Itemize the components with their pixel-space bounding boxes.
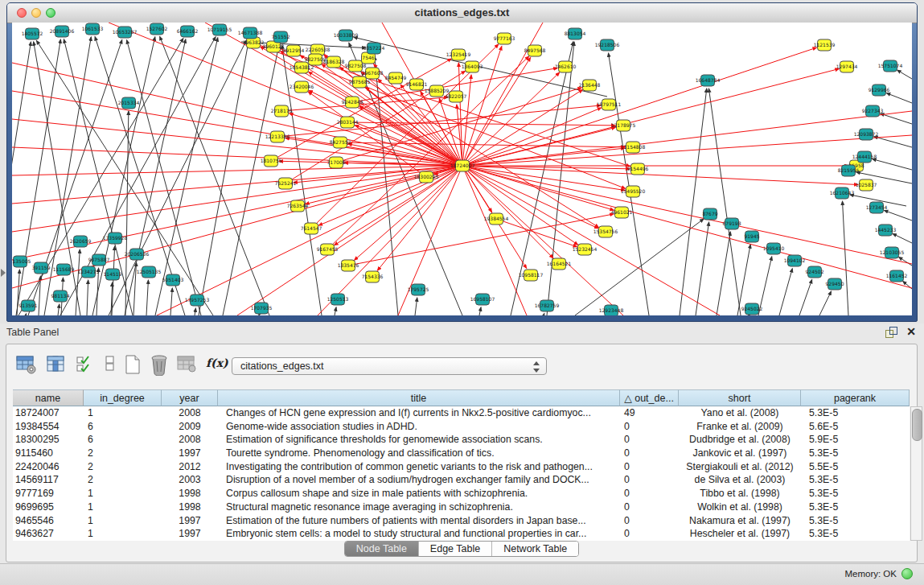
column-header-out_degree[interactable]: △ out_de... — [620, 389, 679, 406]
network-node[interactable]: 2718176 — [271, 105, 293, 117]
network-node[interactable]: 16958107 — [470, 294, 495, 305]
network-node[interactable]: 2015334 — [118, 97, 140, 109]
import-table-icon[interactable] — [177, 354, 198, 375]
network-node[interactable]: 15354756 — [593, 226, 618, 237]
network-node[interactable]: 12325419 — [446, 49, 471, 60]
network-node[interactable]: 717006 — [327, 157, 346, 168]
network-node[interactable]: 1707935 — [251, 303, 273, 314]
column-header-in_degree[interactable]: in_degree — [84, 389, 162, 406]
network-node[interactable]: 1405572 — [22, 28, 43, 39]
network-node[interactable]: 1025837 — [856, 179, 877, 191]
network-node[interactable]: 1273454 — [866, 202, 888, 213]
rows-icon[interactable] — [105, 354, 116, 375]
citation-network-graph[interactable]: 1872400718300295193845547963822896012889… — [12, 23, 912, 315]
network-node[interactable]: 679198 — [723, 218, 741, 229]
network-node[interactable]: 7614547 — [301, 223, 322, 234]
network-node[interactable]: 12505135 — [137, 266, 162, 278]
scrollbar-thumb[interactable] — [912, 409, 922, 441]
network-node[interactable]: 1527602 — [146, 23, 168, 35]
column-header-pagerank[interactable]: pagerank — [801, 389, 910, 406]
network-node[interactable]: 16210643 — [830, 187, 855, 199]
network-node[interactable]: 12213386 — [265, 131, 290, 142]
network-node[interactable]: 10653287 — [113, 27, 138, 38]
table-row[interactable]: 1456911722003Disruption of a novel membe… — [13, 473, 910, 487]
network-node[interactable]: 12103055 — [880, 247, 905, 258]
network-node[interactable]: 2803144 — [337, 117, 359, 128]
network-node[interactable]: 15232454 — [573, 244, 598, 255]
table-row[interactable]: 1872400712008Changes of HCN gene express… — [13, 406, 910, 420]
column-header-title[interactable]: title — [218, 389, 620, 406]
network-node[interactable]: 5051403 — [162, 274, 184, 286]
table-settings-icon[interactable] — [16, 354, 37, 375]
network-node[interactable]: 19384554 — [484, 213, 509, 225]
close-panel-icon[interactable]: ✕ — [906, 326, 916, 337]
network-node[interactable]: 4961021 — [611, 207, 633, 218]
table-row[interactable]: 977716911998Corpus callosum shape and si… — [13, 487, 910, 501]
network-node[interactable]: 8813054 — [565, 28, 586, 39]
function-builder-icon[interactable]: f(x) — [206, 356, 228, 369]
network-node[interactable]: 1121539 — [814, 39, 836, 51]
network-node[interactable]: 8215955 — [838, 165, 860, 176]
network-window-titlebar[interactable]: citations_edges.txt — [7, 3, 917, 23]
network-node[interactable]: 16648784 — [696, 75, 721, 86]
network-node[interactable]: 11154808 — [621, 142, 646, 153]
network-node[interactable]: 1297434 — [836, 61, 858, 72]
network-node[interactable]: 87679 — [702, 208, 717, 220]
network-node[interactable]: 929450 — [826, 278, 844, 290]
network-node[interactable]: 15751074 — [878, 60, 903, 72]
network-node[interactable]: 10719155 — [207, 24, 232, 35]
network-node[interactable]: 20891406 — [50, 26, 75, 37]
network-node[interactable]: 20206536 — [125, 249, 150, 260]
network-node[interactable]: 16164521 — [547, 258, 572, 270]
column-header-year[interactable]: year — [162, 389, 218, 406]
network-node[interactable]: 12923448 — [599, 305, 624, 315]
network-node[interactable]: 1335476 — [338, 260, 359, 271]
network-node[interactable]: 7525241 — [275, 178, 297, 189]
network-node[interactable]: 9245022 — [741, 303, 763, 315]
network-node[interactable]: 7263544 — [287, 200, 309, 212]
network-node[interactable]: 1094102 — [784, 255, 806, 266]
row-selection-icon[interactable] — [76, 354, 93, 375]
network-canvas[interactable]: 1872400718300295193845547963822896012889… — [12, 23, 912, 315]
network-node[interactable]: 19218506 — [595, 39, 620, 51]
table-row[interactable]: 946362711997Embryonic stem cells: a mode… — [13, 527, 910, 541]
table-row[interactable]: 911546021997Tourette syndrome. Phenomeno… — [13, 447, 910, 460]
network-node[interactable]: 1135005 — [12, 256, 31, 267]
collapse-panel-handle[interactable] — [1, 269, 6, 277]
table-row[interactable]: 969969511998Structural magnetic resonanc… — [13, 501, 910, 514]
network-node[interactable]: 1810755 — [261, 155, 282, 167]
network-node[interactable]: 15495520 — [621, 186, 646, 197]
table-selector-dropdown[interactable]: citations_edges.txt — [232, 357, 547, 375]
tab-node-table[interactable]: Node Table — [345, 542, 419, 556]
table-row[interactable]: 946554611997Estimation of the future num… — [13, 514, 910, 528]
network-node[interactable]: 9154496 — [627, 163, 649, 175]
table-vertical-scrollbar[interactable] — [910, 406, 922, 541]
network-node[interactable]: 6466162 — [177, 26, 199, 37]
table-row[interactable]: 1830029562008Estimation of significance … — [13, 433, 910, 447]
network-node[interactable]: 12093872 — [854, 129, 879, 140]
network-node[interactable]: 391159 — [32, 262, 51, 274]
network-node[interactable]: 9129966 — [869, 84, 890, 96]
column-visibility-icon[interactable] — [47, 354, 66, 375]
new-table-icon[interactable] — [124, 354, 142, 376]
network-node[interactable]: 1795725 — [408, 284, 429, 295]
network-node[interactable]: 8186328 — [323, 56, 345, 68]
network-node[interactable]: 18300295 — [414, 171, 439, 183]
column-header-short[interactable]: short — [679, 389, 801, 406]
network-node[interactable]: 1061533 — [82, 23, 104, 35]
network-node[interactable]: 8497568 — [524, 45, 546, 56]
network-node[interactable]: 1364093 — [462, 61, 483, 72]
network-node[interactable]: 9375887 — [88, 254, 110, 266]
network-node[interactable]: 9167455 — [317, 244, 339, 255]
table-row[interactable]: 1938455462009Genome-wide association stu… — [13, 420, 910, 434]
network-node[interactable]: 1234275 — [78, 266, 100, 278]
network-node[interactable]: 91945 — [744, 231, 759, 242]
network-node[interactable]: 2136448 — [579, 80, 601, 91]
network-node[interactable]: 114519 — [104, 269, 122, 280]
delete-table-icon[interactable] — [150, 354, 169, 376]
network-node[interactable]: 1115689 — [53, 264, 75, 275]
network-node[interactable]: 16033809 — [334, 30, 359, 41]
memory-status-indicator[interactable] — [901, 568, 913, 579]
network-node[interactable]: 751552 — [272, 31, 290, 43]
network-node[interactable]: 9777163 — [494, 33, 515, 44]
